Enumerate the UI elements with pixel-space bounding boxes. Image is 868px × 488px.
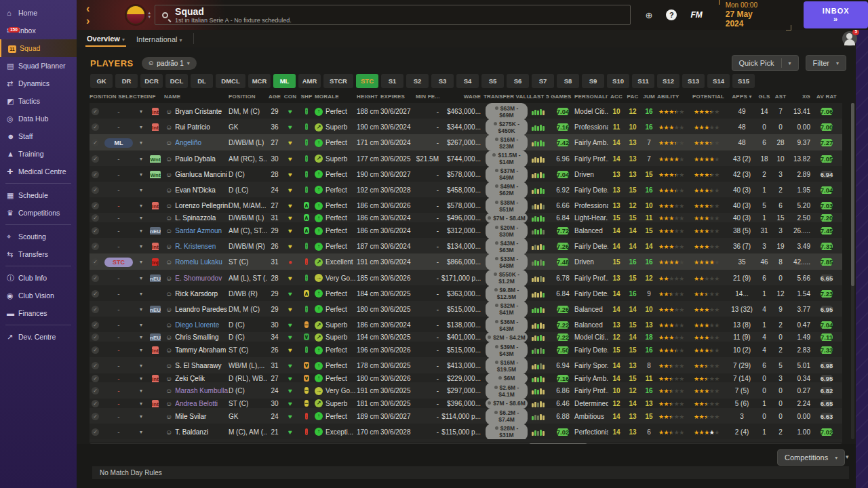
row-select-circle[interactable]: ✓ bbox=[92, 306, 99, 313]
sidebar-item-home[interactable]: ⌂Home bbox=[0, 4, 77, 22]
row-expand-chevron-icon[interactable]: ▾ bbox=[136, 140, 146, 146]
position-chip-s1[interactable]: S1 bbox=[381, 74, 403, 88]
row-select-circle[interactable]: ✓ bbox=[92, 362, 99, 369]
position-selected-cell[interactable]: - bbox=[102, 186, 136, 194]
column-header-last-5-games[interactable]: LAST 5 GAMES bbox=[530, 94, 574, 100]
vertical-scrollbar-thumb[interactable] bbox=[851, 103, 854, 286]
footer-expand-chevron-icon[interactable]: ▾ bbox=[846, 453, 849, 460]
row-select-circle[interactable]: ✓ bbox=[92, 400, 99, 407]
row-select-circle[interactable]: ✓ bbox=[92, 108, 99, 115]
name-cell[interactable]: ☺R. Kristensen bbox=[164, 243, 229, 250]
position-chip-dl[interactable]: DL bbox=[191, 74, 213, 88]
position-selected-cell[interactable]: - bbox=[102, 413, 136, 420]
row-select-circle[interactable]: ✓ bbox=[92, 321, 99, 329]
column-header-acc[interactable]: ACC bbox=[608, 94, 625, 100]
name-cell[interactable]: ☺Andrea Belotti bbox=[164, 400, 229, 407]
sidebar-item-staff[interactable]: ☻Staff bbox=[0, 127, 77, 145]
position-selected-cell[interactable]: - bbox=[102, 428, 136, 436]
title-search-box[interactable]: Squad 1st in Italian Serie A - No fixtur… bbox=[155, 5, 631, 25]
column-header-potential[interactable]: POTENTIAL bbox=[692, 94, 728, 100]
row-select-circle[interactable]: ✓ bbox=[92, 274, 99, 282]
row-select-circle[interactable]: ✓ bbox=[92, 333, 99, 341]
column-header-wage[interactable]: WAGE bbox=[441, 94, 484, 100]
position-selected-cell[interactable]: - bbox=[102, 375, 136, 382]
position-chip-s3[interactable]: S3 bbox=[431, 74, 454, 88]
sidebar-item-dynamics[interactable]: ⇄Dynamics bbox=[0, 75, 77, 92]
position-selected-cell[interactable]: - bbox=[102, 243, 136, 250]
position-chip-s5[interactable]: S5 bbox=[481, 74, 504, 88]
position-chip-s6[interactable]: S6 bbox=[507, 74, 529, 88]
row-expand-chevron-icon[interactable]: ▾ bbox=[136, 228, 146, 234]
player-row[interactable]: ✓-▾nEU☺Chris SmallingD (C)34♥∨↗Superb194… bbox=[90, 332, 842, 342]
sidebar-item-transfers[interactable]: ⇆Transfers bbox=[0, 245, 77, 263]
player-row[interactable]: ✓-▾Int☺Lorenzo PellegriniDM, M/AM...27♥∧… bbox=[90, 197, 842, 213]
position-selected-cell[interactable]: - bbox=[102, 321, 136, 329]
player-row[interactable]: ✓-▾Int☺R. KristensenD/WB/M (R)26♥↑↑Perfe… bbox=[90, 238, 842, 253]
position-chip-s12[interactable]: S12 bbox=[657, 74, 679, 88]
row-expand-chevron-icon[interactable]: ▾ bbox=[136, 429, 146, 435]
player-row[interactable]: ✓STC▾Inj☺Romelu LukakuST (C)31●↓↗Excelle… bbox=[90, 253, 842, 269]
column-header-expires[interactable]: EXPIRES bbox=[380, 94, 416, 100]
column-header-av-rat[interactable]: AV RAT bbox=[813, 94, 840, 100]
row-expand-chevron-icon[interactable]: ▾ bbox=[136, 291, 146, 297]
column-header-pac[interactable]: PAC bbox=[625, 94, 641, 100]
row-expand-chevron-icon[interactable]: ▾ bbox=[136, 413, 146, 420]
tab-international[interactable]: International ▾ bbox=[135, 32, 184, 46]
row-expand-chevron-icon[interactable]: ▾ bbox=[136, 187, 146, 193]
row-select-circle[interactable]: ✓ bbox=[92, 186, 99, 194]
name-cell[interactable]: ☺Paulo Dybala bbox=[164, 155, 229, 163]
column-header-personality[interactable]: PERSONALITY bbox=[574, 94, 608, 100]
column-header-xg[interactable]: XG bbox=[789, 94, 813, 100]
name-cell[interactable]: ☺Romelu Lukaku bbox=[164, 258, 229, 266]
position-chip-gk[interactable]: GK bbox=[90, 74, 113, 88]
position-chip-s8[interactable]: S8 bbox=[557, 74, 579, 88]
player-row[interactable]: ✓-▾☺S. El ShaarawyWB/M (L),...31♥∨↑Perfe… bbox=[90, 357, 842, 373]
name-cell[interactable]: ☺T. Baldanzi bbox=[164, 428, 229, 436]
position-chip-s15[interactable]: S15 bbox=[732, 74, 755, 88]
row-expand-chevron-icon[interactable]: ▾ bbox=[136, 375, 146, 382]
name-cell[interactable]: ☺Marash Kumbulla bbox=[164, 387, 229, 394]
position-selected-cell[interactable]: - bbox=[102, 108, 136, 115]
name-cell[interactable]: ☺Lorenzo Pellegrini bbox=[164, 202, 229, 209]
name-cell[interactable]: ☺Rick Karsdorp bbox=[164, 290, 229, 298]
position-selected-cell[interactable]: - bbox=[102, 387, 136, 394]
sidebar-item-scouting[interactable]: ⌖Scouting bbox=[0, 228, 77, 245]
player-row[interactable]: ✓-▾nEU☺E. ShomurodovAM (L), ST (...28♥↑→… bbox=[90, 270, 842, 285]
player-row[interactable]: ✓-▾Wnt☺Paulo DybalaAM (RC), S...30♥↑↗Sup… bbox=[90, 150, 842, 166]
player-row[interactable]: ✓-▾☺T. BaldanziM (C), AM (...21♥↓↑Except… bbox=[90, 424, 842, 439]
player-row[interactable]: ✓-▾Wnt☺Gianluca ManciniD (C)28♥↑↑Perfect… bbox=[90, 166, 842, 182]
row-select-circle[interactable]: ✓ bbox=[92, 413, 99, 420]
player-row[interactable]: ✓-▾☺L. SpinazzolaD/WB/M (L)31♥∧↑Perfect1… bbox=[90, 213, 842, 222]
player-row[interactable]: ✓-▾Int☺Zeki ÇelikD (RL), WB...27♥∨↑Perfe… bbox=[90, 373, 842, 383]
position-selected-cell[interactable]: - bbox=[102, 306, 136, 313]
name-cell[interactable]: ☺Diego Llorente bbox=[164, 321, 229, 329]
sidebar-item-inbox[interactable]: ✉150Inbox bbox=[0, 22, 77, 39]
row-expand-chevron-icon[interactable]: ▾ bbox=[136, 334, 146, 340]
row-select-circle[interactable]: ✓ bbox=[92, 428, 99, 436]
position-chip-mcr[interactable]: MCR bbox=[248, 74, 271, 88]
position-chip-stc[interactable]: STC bbox=[356, 74, 378, 88]
row-expand-chevron-icon[interactable]: ▾ bbox=[136, 124, 146, 130]
position-selected-cell[interactable]: - bbox=[102, 214, 136, 222]
quick-pick-button[interactable]: Quick Pick ▾ bbox=[732, 55, 799, 71]
sidebar-item-medical-centre[interactable]: ✚Medical Centre bbox=[0, 163, 77, 180]
position-selected-cell[interactable]: - bbox=[102, 274, 136, 282]
position-chip-s7[interactable]: S7 bbox=[532, 74, 554, 88]
row-select-circle[interactable]: ✓ bbox=[92, 227, 99, 235]
player-row[interactable]: ✓-▾Int☺Rui PatrícioGK36♥↑↗Superb190 cm30… bbox=[90, 119, 842, 134]
position-selected-cell[interactable]: - bbox=[102, 123, 136, 131]
position-chip-s13[interactable]: S13 bbox=[682, 74, 705, 88]
help-icon[interactable]: ? bbox=[666, 9, 677, 20]
player-row[interactable]: ✓-▾☺Marash KumbullaD (C)24♥−→Very Go...1… bbox=[90, 382, 842, 398]
name-cell[interactable]: ☺Angeliño bbox=[164, 139, 229, 146]
sidebar-item-training[interactable]: ▲Training bbox=[0, 145, 77, 163]
row-select-circle[interactable]: ✓ bbox=[92, 375, 99, 382]
row-select-circle[interactable]: ✓ bbox=[92, 258, 99, 266]
name-cell[interactable]: ☺Zeki Çelik bbox=[164, 375, 229, 382]
position-chip-ml[interactable]: ML bbox=[273, 74, 296, 88]
player-row[interactable]: ✓-▾☺Rick KarsdorpD/WB (R)29♥∧↑Perfect184… bbox=[90, 285, 842, 301]
column-header-shp[interactable]: SHP bbox=[298, 94, 315, 100]
name-cell[interactable]: ☺Mile Svilar bbox=[164, 413, 229, 420]
position-selected-cell[interactable]: STC bbox=[102, 258, 136, 267]
row-expand-chevron-icon[interactable]: ▾ bbox=[136, 171, 146, 178]
